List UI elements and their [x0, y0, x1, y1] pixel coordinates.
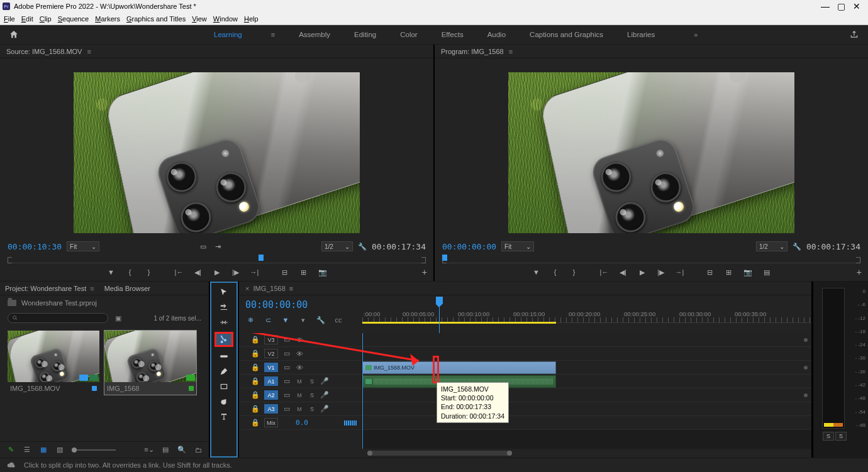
go-to-in-icon[interactable]: |← — [174, 267, 184, 277]
lock-icon[interactable]: 🔒 — [252, 392, 259, 399]
solo-left-button[interactable]: S — [823, 432, 834, 441]
new-bin-icon[interactable]: 🗀 — [194, 446, 203, 454]
step-forward-icon[interactable]: |▶ — [656, 267, 666, 277]
toggle-output-icon[interactable]: ▭ — [283, 392, 291, 399]
mute-button[interactable]: M — [296, 392, 303, 398]
maximize-button[interactable]: ▢ — [837, 1, 845, 11]
go-to-out-icon[interactable]: →| — [675, 267, 685, 277]
bin-item[interactable]: IMG_1568.MOV — [8, 331, 99, 395]
panel-menu-icon[interactable]: ≡ — [509, 48, 513, 55]
menu-view[interactable]: View — [192, 15, 207, 23]
workspace-tab-effects[interactable]: Effects — [442, 31, 464, 38]
workspace-tab-editing[interactable]: Editing — [354, 31, 376, 38]
play-icon[interactable]: ▶ — [637, 267, 647, 277]
share-icon[interactable] — [849, 30, 859, 39]
sequence-name[interactable]: IMG_1568 — [253, 285, 285, 292]
track-label-a1[interactable]: A1 — [264, 376, 278, 386]
source-monitor[interactable] — [0, 58, 433, 241]
source-mini-timeline[interactable] — [8, 256, 426, 263]
add-marker-icon[interactable]: ▼ — [281, 316, 291, 324]
list-view-icon[interactable]: ☰ — [23, 446, 31, 454]
close-sequence-icon[interactable]: × — [245, 285, 249, 292]
label-color-dot[interactable] — [189, 386, 194, 391]
track-label-v3[interactable]: V3 — [264, 335, 278, 344]
step-forward-icon[interactable]: |▶ — [231, 267, 241, 277]
sort-icon[interactable]: ≡⌄ — [145, 446, 153, 454]
label-color-dot[interactable] — [92, 386, 97, 391]
overwrite-icon[interactable]: ⊞ — [299, 267, 309, 277]
toggle-output-icon[interactable]: ▭ — [283, 364, 291, 371]
source-scale-select[interactable]: 1/2⌄ — [321, 241, 353, 251]
comparison-view-icon[interactable]: ▤ — [762, 267, 772, 277]
video-clip[interactable]: IMG_1568.MOV — [362, 361, 556, 374]
button-editor-icon[interactable]: + — [857, 267, 862, 277]
source-fit-select[interactable]: Fit⌄ — [67, 241, 99, 251]
program-playhead-tc[interactable]: 00:00:00:00 — [442, 242, 496, 251]
menu-edit[interactable]: Edit — [21, 15, 33, 23]
mute-button[interactable]: M — [296, 378, 303, 385]
pen-tool[interactable] — [215, 366, 233, 377]
selection-tool[interactable] — [215, 287, 233, 298]
menu-markers[interactable]: Markers — [95, 15, 120, 23]
button-editor-icon[interactable]: + — [422, 267, 427, 277]
razor-tool[interactable] — [214, 332, 233, 347]
mute-button[interactable]: M — [296, 406, 303, 412]
settings-wrench-icon[interactable]: 🔧 — [793, 243, 801, 251]
workspace-tab-libraries[interactable]: Libraries — [627, 31, 655, 38]
track-select-forward-tool[interactable] — [215, 302, 233, 313]
panel-menu-icon[interactable]: ≡ — [87, 48, 91, 55]
toggle-output-icon[interactable]: ▭ — [283, 336, 291, 344]
mark-in-icon[interactable]: { — [550, 267, 560, 277]
menu-sequence[interactable]: Sequence — [58, 15, 89, 23]
hand-tool[interactable] — [215, 396, 233, 407]
voice-over-icon[interactable]: 🎤 — [321, 405, 328, 413]
visibility-icon[interactable]: 👁 — [296, 336, 303, 344]
play-icon[interactable]: ▶ — [212, 267, 222, 277]
timeline-playhead-line[interactable] — [362, 333, 363, 449]
export-frame-icon[interactable]: 📷 — [743, 267, 753, 277]
minimize-button[interactable]: — — [821, 1, 830, 11]
panel-menu-icon[interactable]: ≡ — [289, 285, 293, 292]
composite-icon[interactable]: ⇥ — [213, 242, 223, 251]
workspace-overflow-icon[interactable]: » — [694, 31, 698, 38]
lift-icon[interactable]: ⊟ — [705, 267, 715, 277]
captions-icon[interactable]: cc — [333, 316, 343, 324]
settings-wrench-icon[interactable]: 🔧 — [358, 243, 367, 251]
lock-icon[interactable]: 🔒 — [252, 350, 259, 358]
voice-over-icon[interactable]: 🎤 — [321, 392, 328, 399]
program-fit-select[interactable]: Fit⌄ — [501, 241, 534, 251]
add-marker-icon[interactable]: ▼ — [106, 267, 116, 277]
solo-right-button[interactable]: S — [835, 432, 847, 441]
go-to-in-icon[interactable]: |← — [599, 267, 609, 277]
solo-button[interactable]: S — [308, 392, 316, 398]
solo-button[interactable]: S — [308, 406, 316, 412]
track-label-v2[interactable]: V2 — [264, 349, 278, 358]
toggle-output-icon[interactable]: ▭ — [283, 350, 291, 358]
lock-icon[interactable]: 🔒 — [252, 364, 259, 371]
rectangle-tool[interactable] — [215, 381, 233, 392]
linked-selection-icon[interactable]: ⊂ — [263, 316, 273, 324]
lock-icon[interactable]: 🔒 — [252, 419, 259, 427]
lock-icon[interactable]: 🔒 — [252, 405, 259, 413]
menu-file[interactable]: File — [4, 15, 15, 23]
thumbnail-zoom-slider[interactable] — [72, 449, 116, 451]
program-mini-timeline[interactable] — [442, 256, 860, 263]
insert-icon[interactable]: ⊟ — [280, 267, 290, 277]
program-monitor[interactable] — [435, 58, 868, 241]
mix-label[interactable]: Mix — [264, 418, 278, 427]
close-window-button[interactable]: ✕ — [853, 1, 860, 11]
mark-out-icon[interactable]: } — [569, 267, 579, 277]
timeline-settings-icon[interactable]: 🔧 — [316, 316, 326, 324]
workspace-tab-menu-icon[interactable]: ≡ — [271, 31, 275, 38]
timeline-playhead-tc[interactable]: 00:00:00:00 — [245, 299, 356, 310]
new-bin-icon[interactable]: ▣ — [114, 314, 122, 322]
work-area-bar[interactable] — [362, 322, 556, 324]
menu-window[interactable]: Window — [213, 15, 238, 23]
export-frame-icon[interactable]: 📷 — [318, 267, 328, 277]
go-to-out-icon[interactable]: →| — [250, 267, 260, 277]
project-search-input[interactable] — [8, 313, 108, 323]
menu-help[interactable]: Help — [244, 15, 259, 23]
toggle-output-icon[interactable]: ▭ — [283, 405, 291, 413]
freeform-view-icon[interactable]: ▧ — [55, 446, 64, 454]
icon-view-icon[interactable]: ▦ — [39, 446, 48, 454]
